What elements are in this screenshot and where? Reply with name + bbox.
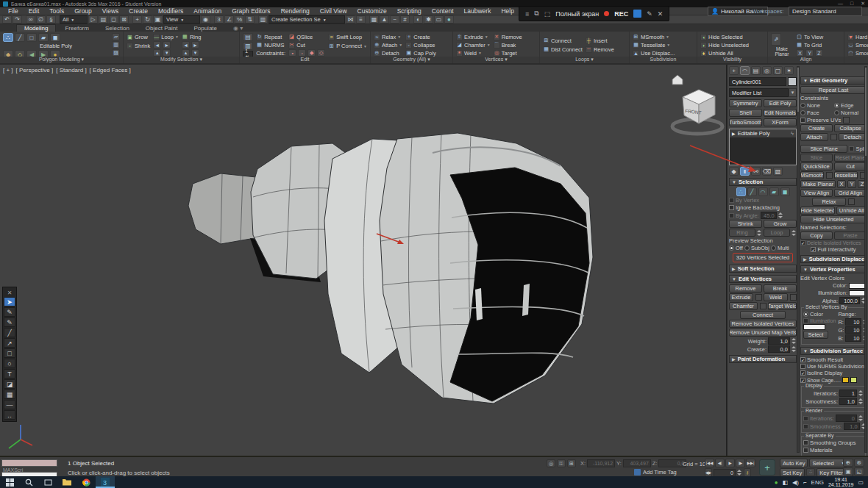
cap-poly-button[interactable]: ▣Cap Poly	[405, 49, 435, 57]
slice-plane-button[interactable]: Slice Plane	[800, 145, 847, 153]
window-crossing-icon[interactable]: ⊠	[119, 15, 129, 24]
materials-checkbox[interactable]	[803, 448, 808, 453]
shrink-selection-button[interactable]: Shrink	[729, 220, 762, 228]
menu-modifiers[interactable]: Modifiers	[153, 7, 188, 15]
isolate-selection-icon[interactable]: ◎	[547, 459, 555, 467]
capture-menu-icon[interactable]: ≡	[525, 10, 529, 18]
make-unique-button[interactable]: ⚯	[751, 167, 761, 176]
select-object-icon[interactable]: ▷	[88, 15, 98, 24]
detach-geo-button[interactable]: Detach	[839, 133, 867, 141]
3ds-max-taskbar-icon[interactable]: 3	[96, 476, 115, 488]
break-vertex-button[interactable]: Break	[764, 284, 797, 293]
weld-settings-button[interactable]	[790, 294, 797, 301]
object-color-swatch[interactable]	[788, 77, 797, 86]
reference-coordinate-dropdown[interactable]: View▼	[163, 15, 200, 24]
ring-spinner[interactable]	[757, 229, 762, 237]
use-pivot-center-icon[interactable]: ◉	[201, 15, 210, 24]
by-angle-value[interactable]: 45,0	[761, 212, 777, 219]
curve-editor-icon[interactable]: ~	[390, 15, 399, 24]
create-panel-icon[interactable]: +	[729, 66, 739, 75]
display-iterations-spinner[interactable]	[858, 390, 864, 397]
auto-key-button[interactable]: Auto Key	[780, 459, 808, 467]
paint-deformation-rollout-header[interactable]: ▶Paint Deformation	[729, 355, 797, 363]
modifier-list-arrow-icon[interactable]: ▼	[789, 88, 797, 97]
select-scale-icon[interactable]: ▣	[153, 15, 163, 24]
viewport-display-menu[interactable]: [ Edged Faces ]	[90, 67, 131, 73]
constraint-edge-radio[interactable]	[834, 103, 839, 108]
absolute-offset-icon[interactable]: ⊞	[567, 459, 576, 467]
smooth-result-checkbox[interactable]	[800, 357, 805, 362]
go-to-start-button[interactable]: |◀◀	[705, 459, 714, 467]
ring-header[interactable]: ▦Ring	[182, 33, 201, 40]
crease-spinner[interactable]	[791, 345, 797, 353]
language-indicator[interactable]: ENG	[811, 479, 824, 486]
workspace-select[interactable]: Design Standard	[789, 7, 862, 16]
pm-strip-icon-2[interactable]: ▥	[112, 41, 120, 49]
select-rotate-icon[interactable]: ↻	[143, 15, 152, 24]
tab-populate[interactable]: Populate	[186, 24, 224, 32]
menu-civil-view[interactable]: Civil View	[315, 7, 352, 15]
schematic-view-icon[interactable]: #	[400, 15, 410, 24]
swift-loop-button[interactable]: ≡Swift Loop	[328, 33, 367, 41]
menu-rendering[interactable]: Rendering	[276, 7, 315, 15]
tray-status-icon[interactable]: ●	[775, 479, 778, 486]
grow-button[interactable]: ▣Grow	[127, 33, 150, 41]
menu-views[interactable]: Views	[97, 7, 124, 15]
pencil-icon[interactable]: ✎	[647, 10, 652, 18]
preview-multi-radio[interactable]	[771, 245, 776, 251]
capture-close-icon[interactable]: ✕	[658, 10, 664, 18]
split-checkbox[interactable]	[849, 146, 854, 151]
go-to-end-button[interactable]: ▶▶|	[746, 459, 755, 467]
network-icon[interactable]: ⌐	[803, 479, 807, 486]
view-align-button[interactable]: View Align	[800, 189, 833, 197]
remove-modifier-button[interactable]: ⌫	[762, 167, 772, 176]
create-button[interactable]: ＋Create	[405, 33, 435, 40]
edit-strip-icon-1[interactable]: ▤	[243, 33, 253, 41]
planar-x-button[interactable]: X	[837, 180, 846, 188]
weight-value[interactable]: 1,0	[768, 337, 790, 345]
create-geo-button[interactable]: Create	[800, 124, 833, 132]
grid-align-button[interactable]: Grid Align	[834, 189, 867, 197]
viewport-shading-menu[interactable]: [ Standard ]	[56, 67, 86, 73]
group-label-vertices[interactable]: Vertices ▾	[453, 57, 539, 63]
group-label-visibility[interactable]: Visibility	[697, 57, 767, 63]
use-nurms-checkbox[interactable]	[800, 364, 805, 369]
tab-object-paint[interactable]: Object Paint	[138, 24, 185, 32]
render-setup-icon[interactable]: ✱	[424, 15, 433, 24]
right-column-scrollbar[interactable]	[864, 66, 867, 453]
show-end-result-button[interactable]: ‖	[740, 167, 750, 176]
turbosmooth-button[interactable]: TurboSmooth	[729, 118, 762, 126]
menu-customize[interactable]: Customize	[352, 7, 392, 15]
smoothing-groups-checkbox[interactable]	[803, 440, 808, 445]
annotation-pen-icon[interactable]: ✎	[4, 317, 15, 327]
zoom-extents-all-icon[interactable]: ◱	[854, 467, 864, 476]
shrink-button[interactable]: ▫Shrink	[127, 42, 150, 50]
quickslice-button[interactable]: QuickSlice	[800, 162, 833, 171]
layer-manager-icon[interactable]: ▦	[369, 15, 379, 24]
render-iterations-checkbox[interactable]	[803, 416, 808, 421]
crease-value[interactable]: 0,0	[768, 345, 790, 353]
repeat-last-button[interactable]: Repeat Last	[800, 86, 867, 94]
element-mode-icon[interactable]: ◼	[780, 187, 790, 196]
qslice-button[interactable]: ◪QSlice	[288, 33, 325, 40]
range-g-value[interactable]: 10	[845, 326, 861, 334]
msmooth-button[interactable]: ⊞MSmooth▼	[633, 33, 675, 40]
ribbon-minimize-icon[interactable]: ◉ ▾	[226, 24, 250, 32]
selection-lock-icon[interactable]: ⚿	[557, 459, 566, 467]
menu-scripting[interactable]: Scripting	[392, 7, 427, 15]
annotation-rectangle-icon[interactable]: □	[4, 348, 15, 358]
perspective-viewport[interactable]: [ + ] [ Perspective ] [ Standard ] [ Edg…	[0, 65, 727, 456]
zoom-all-icon[interactable]: ⊛	[854, 459, 864, 467]
remove-isolated-vertices-button[interactable]: Remove Isolated Vertices	[729, 320, 797, 328]
nurms-button[interactable]: ▦NURMS	[256, 41, 285, 49]
msmooth-settings-button[interactable]	[826, 172, 833, 179]
select-by-color-swatch[interactable]	[803, 324, 825, 330]
show-cage-checkbox[interactable]	[800, 378, 805, 383]
group-label-modify-selection[interactable]: Modify Selection ▾	[124, 57, 239, 63]
range-r-value[interactable]: 10	[845, 318, 861, 326]
select-link-icon[interactable]: ∞	[26, 15, 35, 24]
percent-snap-icon[interactable]: %	[235, 15, 244, 24]
capture-color-swatch[interactable]	[633, 10, 641, 18]
volume-icon[interactable]: ◀)	[792, 479, 799, 486]
relax-button-panel[interactable]: Relax	[812, 198, 846, 206]
